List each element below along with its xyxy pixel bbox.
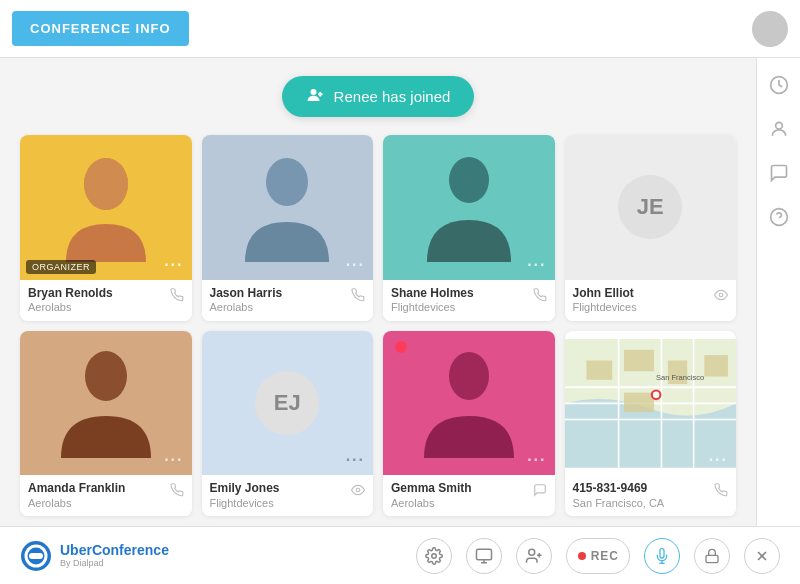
chat-icon[interactable] <box>768 162 790 184</box>
notif-text: Renee has joined <box>334 88 451 105</box>
eye-icon-john[interactable] <box>714 288 728 305</box>
svg-point-10 <box>449 157 489 203</box>
svg-rect-26 <box>704 355 728 376</box>
card-name-amanda: Amanda Franklin <box>28 481 166 497</box>
phone-icon-bryan[interactable] <box>170 288 184 305</box>
mute-button[interactable] <box>644 538 680 574</box>
card-gemma: ··· Gemma Smith Aerolabs <box>383 331 555 517</box>
card-thumb-john: JE <box>565 135 737 280</box>
card-footer-john: John Elliot Flightdevices <box>565 280 737 321</box>
phone-icon-shane[interactable] <box>533 288 547 305</box>
card-footer-gemma: Gemma Smith Aerolabs <box>383 475 555 516</box>
person-icon[interactable] <box>768 118 790 140</box>
card-emily: EJ ··· Emily Jones Flightdevices <box>202 331 374 517</box>
person-silhouette-bryan <box>56 152 156 262</box>
card-thumb-shane: ··· <box>383 135 555 280</box>
card-bryan: ORGANIZER ··· Bryan Renolds Aerolabs <box>20 135 192 321</box>
card-company-gemma: Aerolabs <box>391 497 529 510</box>
footer: UberConference By Dialpad <box>0 526 800 584</box>
svg-point-37 <box>528 549 534 555</box>
svg-point-8 <box>84 158 128 210</box>
svg-rect-34 <box>476 549 491 560</box>
card-company-amanda: Aerolabs <box>28 497 166 510</box>
svg-point-29 <box>652 391 658 397</box>
card-footer-text-shane: Shane Holmes Flightdevices <box>391 286 529 315</box>
card-menu-emily[interactable]: ··· <box>346 451 365 469</box>
person-silhouette-gemma <box>419 348 519 458</box>
lock-button[interactable] <box>694 538 730 574</box>
card-name-jason: Jason Harris <box>210 286 348 302</box>
svg-point-1 <box>775 122 782 129</box>
brand-text: UberConference By Dialpad <box>60 543 169 568</box>
card-footer-bryan: Bryan Renolds Aerolabs <box>20 280 192 321</box>
end-call-button[interactable] <box>744 538 780 574</box>
question-icon[interactable] <box>768 206 790 228</box>
card-footer-map: 415-831-9469 San Francisco, CA <box>565 475 737 516</box>
svg-point-4 <box>310 89 316 95</box>
card-footer-text-bryan: Bryan Renolds Aerolabs <box>28 286 166 315</box>
right-sidebar <box>756 58 800 526</box>
card-footer-text-gemma: Gemma Smith Aerolabs <box>391 481 529 510</box>
svg-point-11 <box>719 293 723 297</box>
card-thumb-bryan: ORGANIZER ··· <box>20 135 192 280</box>
notification-banner: Renee has joined <box>282 76 475 117</box>
card-menu-amanda[interactable]: ··· <box>164 451 183 469</box>
card-company-john: Flightdevices <box>573 301 711 314</box>
organizer-badge: ORGANIZER <box>26 260 96 274</box>
card-thumb-amanda: ··· <box>20 331 192 476</box>
card-footer-jason: Jason Harris Aerolabs <box>202 280 374 321</box>
rec-dot-icon <box>577 551 587 561</box>
card-footer-emily: Emily Jones Flightdevices <box>202 475 374 516</box>
card-footer-amanda: Amanda Franklin Aerolabs <box>20 475 192 516</box>
phone-icon-amanda[interactable] <box>170 483 184 500</box>
card-name-bryan: Bryan Renolds <box>28 286 166 302</box>
settings-button[interactable] <box>416 538 452 574</box>
svg-point-33 <box>431 553 436 558</box>
brand-sub: By Dialpad <box>60 558 169 568</box>
card-company-jason: Aerolabs <box>210 301 348 314</box>
card-name-gemma: Gemma Smith <box>391 481 529 497</box>
card-footer-text-amanda: Amanda Franklin Aerolabs <box>28 481 166 510</box>
card-name-map: 415-831-9469 <box>573 481 711 497</box>
thumb-bg-john: JE <box>565 135 737 280</box>
card-menu-shane[interactable]: ··· <box>527 256 546 274</box>
card-footer-text-jason: Jason Harris Aerolabs <box>210 286 348 315</box>
conference-info-button[interactable]: CONFERENCE INFO <box>12 11 189 46</box>
phone-icon-map[interactable] <box>714 483 728 500</box>
svg-rect-32 <box>29 553 43 559</box>
card-company-emily: Flightdevices <box>210 497 348 510</box>
svg-rect-23 <box>623 349 653 370</box>
record-button[interactable]: REC <box>566 538 630 574</box>
avatar[interactable] <box>752 11 788 47</box>
card-menu-bryan[interactable]: ··· <box>164 256 183 274</box>
card-footer-text-map: 415-831-9469 San Francisco, CA <box>573 481 711 510</box>
brand-logo-icon <box>20 540 52 572</box>
svg-point-13 <box>356 488 360 492</box>
chat-icon-gemma[interactable] <box>533 483 547 500</box>
card-name-john: John Elliot <box>573 286 711 302</box>
card-thumb-map: San Francisco ··· <box>565 331 737 476</box>
eye-icon-emily[interactable] <box>351 483 365 500</box>
initials-john: JE <box>618 175 682 239</box>
card-thumb-emily: EJ ··· <box>202 331 374 476</box>
card-company-bryan: Aerolabs <box>28 301 166 314</box>
card-jason: ··· Jason Harris Aerolabs <box>202 135 374 321</box>
screen-share-button[interactable] <box>466 538 502 574</box>
card-company-map: San Francisco, CA <box>573 497 711 510</box>
card-name-emily: Emily Jones <box>210 481 348 497</box>
brand-name: UberConference <box>60 543 169 558</box>
recording-dot-gemma <box>395 341 407 353</box>
card-menu-map[interactable]: ··· <box>709 451 728 469</box>
clock-icon[interactable] <box>768 74 790 96</box>
card-footer-shane: Shane Holmes Flightdevices <box>383 280 555 321</box>
card-footer-text-john: John Elliot Flightdevices <box>573 286 711 315</box>
add-person-button[interactable] <box>516 538 552 574</box>
card-name-shane: Shane Holmes <box>391 286 529 302</box>
participants-grid: ORGANIZER ··· Bryan Renolds Aerolabs <box>20 135 736 516</box>
person-silhouette-amanda <box>56 348 156 458</box>
card-menu-jason[interactable]: ··· <box>346 256 365 274</box>
card-menu-gemma[interactable]: ··· <box>527 451 546 469</box>
svg-text:San Francisco: San Francisco <box>656 372 704 381</box>
phone-icon-jason[interactable] <box>351 288 365 305</box>
card-john: JE John Elliot Flightdevices <box>565 135 737 321</box>
